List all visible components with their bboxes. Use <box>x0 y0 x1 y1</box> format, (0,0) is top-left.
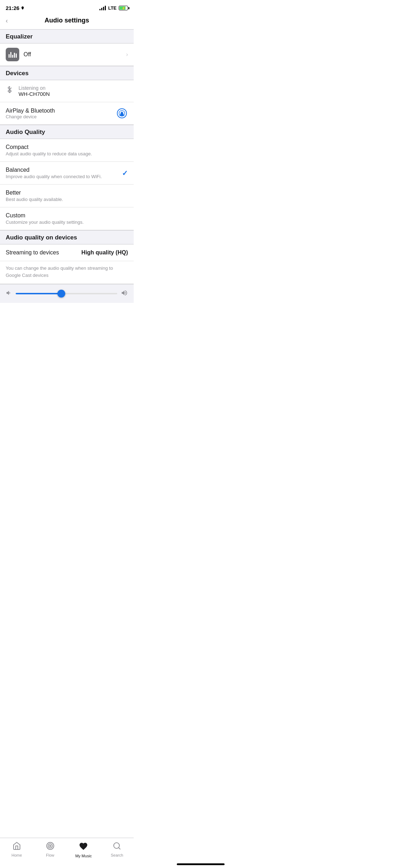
status-time: 21:26 <box>6 5 25 11</box>
volume-high-icon <box>121 289 128 298</box>
equalizer-value: Off <box>24 51 31 58</box>
device-row: Listening on WH-CH700N <box>0 80 134 102</box>
quality-better-desc: Best audio quality available. <box>6 197 63 202</box>
location-icon <box>21 6 25 10</box>
equalizer-section-header: Equalizer <box>0 29 134 43</box>
content-area: Equalizer Off › Devices <box>0 29 134 335</box>
airplay-text: AirPlay & Bluetooth Change device <box>6 108 55 119</box>
audio-quality-devices-header: Audio quality on devices <box>0 230 134 244</box>
signal-bars <box>99 6 106 10</box>
equalizer-icon <box>6 48 19 61</box>
equalizer-row[interactable]: Off › <box>0 43 134 66</box>
equalizer-label: Equalizer <box>6 33 33 40</box>
eq-bars <box>9 51 17 58</box>
streaming-value: High quality (HQ) <box>81 249 128 256</box>
streaming-label: Streaming to devices <box>6 249 59 256</box>
back-button[interactable]: ‹ <box>6 17 8 24</box>
nav-header: ‹ Audio settings <box>0 14 134 29</box>
quality-better-name: Better <box>6 190 63 196</box>
devices-section-header: Devices <box>0 66 134 80</box>
volume-slider-fill <box>16 293 61 294</box>
quality-balanced-desc: Improve audio quality when connected to … <box>6 174 102 179</box>
quality-compact-name: Compact <box>6 144 92 150</box>
battery-icon: ⚡ <box>119 6 128 10</box>
airplay-row[interactable]: AirPlay & Bluetooth Change device <box>0 102 134 125</box>
volume-slider-thumb[interactable] <box>57 290 65 298</box>
audio-quality-devices-label: Audio quality on devices <box>6 234 77 241</box>
listening-on-label: Listening on <box>19 85 50 91</box>
svg-marker-3 <box>119 111 124 116</box>
page-title: Audio settings <box>45 17 89 24</box>
quality-balanced-name: Balanced <box>6 167 102 173</box>
airplay-icon <box>116 107 128 119</box>
airplay-title: AirPlay & Bluetooth <box>6 108 55 114</box>
lte-label: LTE <box>108 5 117 11</box>
chevron-right-icon: › <box>126 51 128 58</box>
quality-compact-desc: Adjust audio quality to reduce data usag… <box>6 151 92 156</box>
quality-custom[interactable]: Custom Customize your audio quality sett… <box>0 207 134 230</box>
audio-quality-label: Audio Quality <box>6 129 45 135</box>
volume-low-icon <box>6 290 12 298</box>
equalizer-row-left: Off <box>6 48 31 61</box>
quality-custom-desc: Customize your audio quality settings. <box>6 219 84 225</box>
quality-compact[interactable]: Compact Adjust audio quality to reduce d… <box>0 139 134 162</box>
quality-better[interactable]: Better Best audio quality available. <box>0 185 134 207</box>
status-bar: 21:26 LTE ⚡ <box>0 0 134 14</box>
status-icons: LTE ⚡ <box>99 5 128 11</box>
streaming-row[interactable]: Streaming to devices High quality (HQ) <box>0 244 134 261</box>
streaming-note-text: You can change the audio quality when st… <box>6 265 113 278</box>
streaming-note: You can change the audio quality when st… <box>0 261 134 284</box>
device-name: WH-CH700N <box>19 91 50 97</box>
bluetooth-icon <box>6 86 14 96</box>
volume-section <box>0 284 134 303</box>
quality-balanced[interactable]: Balanced Improve audio quality when conn… <box>0 162 134 185</box>
selected-checkmark: ✓ <box>122 169 128 177</box>
volume-slider[interactable] <box>16 293 117 294</box>
devices-label: Devices <box>6 70 29 77</box>
airplay-subtitle: Change device <box>6 114 55 119</box>
audio-quality-section-header: Audio Quality <box>0 125 134 139</box>
device-text: Listening on WH-CH700N <box>19 85 50 97</box>
quality-custom-name: Custom <box>6 212 84 219</box>
